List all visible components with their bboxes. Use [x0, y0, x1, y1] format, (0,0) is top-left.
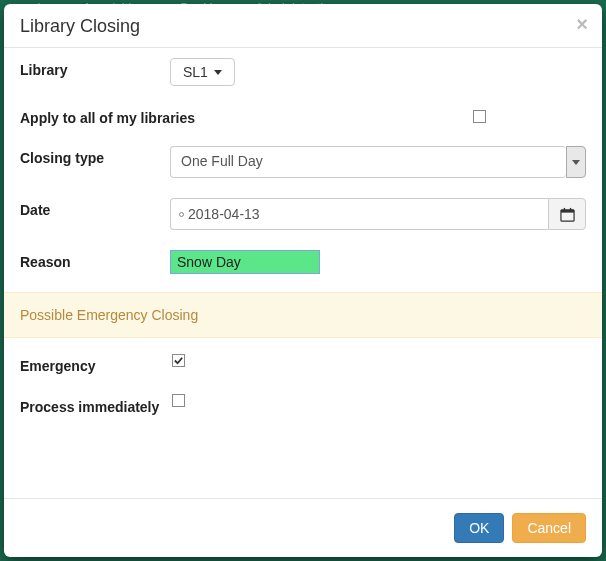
apply-all-checkbox[interactable]: [473, 110, 486, 123]
closing-type-label: Closing type: [20, 146, 170, 166]
cancel-button[interactable]: Cancel: [512, 513, 586, 543]
close-icon[interactable]: ×: [576, 14, 588, 34]
chevron-down-icon: [214, 70, 222, 75]
date-input[interactable]: 2018-04-13: [170, 198, 548, 230]
reason-label: Reason: [20, 250, 170, 270]
library-closing-modal: Library Closing × Library SL1 Apply to a…: [4, 4, 602, 557]
date-label: Date: [20, 198, 170, 218]
reason-input[interactable]: [170, 250, 320, 274]
date-value: 2018-04-13: [188, 206, 260, 222]
emergency-alert: Possible Emergency Closing: [4, 292, 602, 338]
apply-all-label: Apply to all of my libraries: [20, 106, 253, 126]
svg-rect-1: [560, 209, 573, 212]
library-label: Library: [20, 58, 170, 78]
library-select[interactable]: SL1: [170, 58, 235, 86]
calendar-icon: [560, 207, 575, 222]
modal-title: Library Closing: [20, 16, 586, 37]
chevron-down-icon: [566, 146, 586, 178]
process-immediately-label: Process immediately: [20, 394, 170, 416]
date-clear-icon[interactable]: [179, 212, 184, 217]
closing-type-value: One Full Day: [170, 146, 566, 178]
ok-button[interactable]: OK: [454, 513, 504, 543]
svg-rect-2: [563, 207, 564, 210]
modal-footer: OK Cancel: [4, 498, 602, 557]
process-immediately-checkbox[interactable]: [172, 394, 185, 407]
library-select-value: SL1: [183, 64, 208, 80]
calendar-button[interactable]: [548, 198, 586, 230]
emergency-checkbox[interactable]: [172, 354, 185, 367]
modal-body: Library SL1 Apply to all of my libraries: [4, 48, 602, 498]
closing-type-select[interactable]: One Full Day: [170, 146, 586, 178]
modal-header: Library Closing ×: [4, 4, 602, 48]
emergency-label: Emergency: [20, 354, 170, 374]
svg-rect-3: [569, 207, 570, 210]
